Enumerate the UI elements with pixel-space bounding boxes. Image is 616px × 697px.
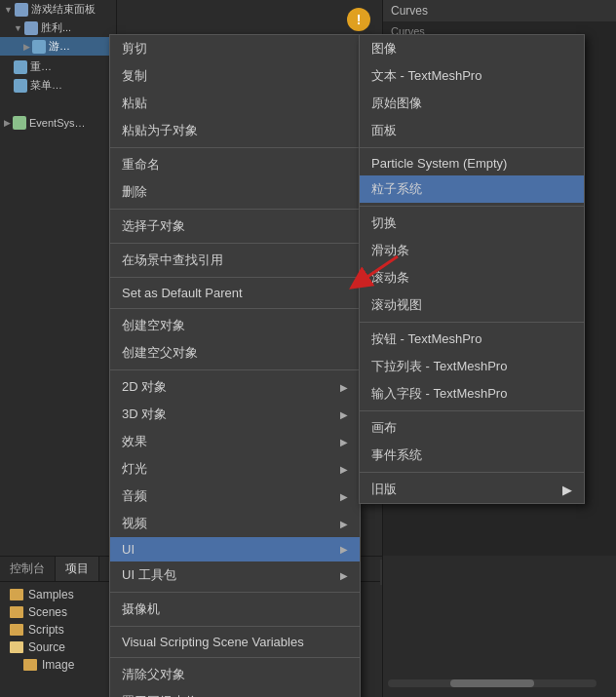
sub-menu-image[interactable]: 图像 [360, 35, 584, 62]
menu-move-to-sibling-end[interactable]: 置于同级末位 [110, 688, 360, 697]
menu-visual-scripting[interactable]: Visual Scripting Scene Variables [110, 630, 360, 654]
sub-menu-separator [360, 206, 584, 207]
menu-audio[interactable]: 音频▶ [110, 483, 360, 510]
menu-paste[interactable]: 粘贴 [110, 90, 360, 117]
folder-icon [23, 659, 37, 671]
menu-find-ref[interactable]: 在场景中查找引用 [110, 247, 360, 274]
hierarchy-item[interactable]: ▼ 胜利... [0, 19, 116, 37]
menu-ui[interactable]: UI▶ [110, 537, 360, 561]
hierarchy-item-label: 游戏结束面板 [31, 2, 96, 17]
sub-menu-particle[interactable]: 粒子系统 [360, 175, 584, 203]
sub-menu-dropdown-tmp[interactable]: 下拉列表 - TextMeshPro [360, 353, 584, 380]
menu-3d-objects[interactable]: 3D 对象▶ [110, 401, 360, 428]
expand-arrow: ▼ [4, 5, 13, 15]
submenu-arrow: ▶ [340, 382, 348, 393]
submenu-arrow: ▶ [340, 464, 348, 475]
sub-menu-separator [360, 147, 584, 148]
folder-icon [10, 641, 23, 653]
horizontal-scrollbar[interactable] [388, 679, 597, 687]
submenu-arrow: ▶ [340, 437, 348, 447]
context-menu-sub: 图像 文本 - TextMeshPro 原始图像 面板 Particle Sys… [359, 34, 585, 504]
sub-menu-particle-empty[interactable]: Particle System (Empty) [360, 151, 584, 175]
menu-separator [110, 308, 360, 309]
sub-menu-slider[interactable]: 滑动条 [360, 237, 584, 264]
folder-icon [10, 624, 23, 636]
object-icon [24, 21, 38, 35]
menu-video[interactable]: 视频▶ [110, 510, 360, 537]
submenu-arrow: ▶ [340, 491, 348, 502]
menu-separator [110, 147, 360, 148]
menu-separator [110, 626, 360, 627]
scrollbar-thumb[interactable] [450, 679, 534, 687]
sub-menu-button-tmp[interactable]: 按钮 - TextMeshPro [360, 326, 584, 353]
folder-label: Scenes [28, 605, 67, 619]
menu-rename[interactable]: 重命名 [110, 151, 360, 178]
expand-arrow: ▶ [23, 42, 30, 52]
sub-menu-toggle[interactable]: 切换 [360, 210, 584, 237]
panel-icon [15, 3, 28, 17]
right-panel-header: Curves [383, 0, 616, 21]
menu-effects[interactable]: 效果▶ [110, 428, 360, 455]
sub-menu-separator [360, 322, 584, 323]
sub-menu-legacy[interactable]: 旧版▶ [360, 476, 584, 503]
hierarchy-item-label: EventSys… [29, 117, 85, 129]
folder-label: Samples [28, 588, 74, 601]
sub-menu-event-system[interactable]: 事件系统 [360, 442, 584, 469]
tab-project[interactable]: 项目 [56, 557, 99, 581]
object-icon [14, 79, 27, 93]
hierarchy-item[interactable]: 菜单… [0, 76, 116, 95]
menu-copy[interactable]: 复制 [110, 62, 360, 90]
curves-label: Curves [391, 4, 428, 18]
menu-separator [110, 277, 360, 278]
context-menu-main: 剪切 复制 粘贴 粘贴为子对象 重命名 删除 选择子对象 在场景中查找引用 Se… [109, 34, 361, 697]
menu-create-empty[interactable]: 创建空对象 [110, 312, 360, 339]
tab-console[interactable]: 控制台 [0, 557, 56, 581]
event-icon [13, 116, 26, 130]
expand-arrow: ▼ [14, 23, 22, 33]
menu-separator [110, 243, 360, 244]
menu-2d-objects[interactable]: 2D 对象▶ [110, 373, 360, 401]
sub-menu-input-tmp[interactable]: 输入字段 - TextMeshPro [360, 380, 584, 407]
menu-camera[interactable]: 摄像机 [110, 596, 360, 623]
sub-menu-panel[interactable]: 面板 [360, 117, 584, 144]
object-icon [14, 60, 27, 74]
folder-label: Image [42, 658, 74, 672]
sub-menu-separator [360, 410, 584, 411]
hierarchy-item-label: 游… [49, 39, 70, 54]
hierarchy-item-selected[interactable]: ▶ 游… [0, 37, 116, 56]
hierarchy-item[interactable]: 重… [0, 58, 116, 76]
sub-menu-canvas[interactable]: 画布 [360, 414, 584, 442]
folder-label: Scripts [28, 623, 64, 637]
menu-select-children[interactable]: 选择子对象 [110, 213, 360, 240]
menu-paste-child[interactable]: 粘贴为子对象 [110, 117, 360, 144]
menu-delete[interactable]: 删除 [110, 178, 360, 206]
menu-clear-parent[interactable]: 清除父对象 [110, 661, 360, 688]
submenu-arrow: ▶ [340, 409, 348, 420]
hierarchy-item-label: 胜利... [41, 20, 71, 35]
menu-separator [110, 209, 360, 210]
menu-set-default-parent[interactable]: Set as Default Parent [110, 281, 360, 305]
hierarchy-item-label: 重… [30, 59, 52, 74]
submenu-arrow: ▶ [562, 483, 572, 497]
sub-menu-separator [360, 472, 584, 473]
sub-menu-scroll-view[interactable]: 滚动视图 [360, 291, 584, 319]
submenu-arrow: ▶ [340, 544, 348, 555]
hierarchy-item[interactable]: ▶ EventSys… [0, 114, 116, 132]
sub-menu-raw-image[interactable]: 原始图像 [360, 90, 584, 117]
folder-icon [10, 606, 23, 618]
menu-create-empty-parent[interactable]: 创建空父对象 [110, 339, 360, 367]
menu-cut[interactable]: 剪切 [110, 35, 360, 62]
object-icon [32, 40, 46, 54]
menu-separator [110, 592, 360, 593]
menu-lights[interactable]: 灯光▶ [110, 455, 360, 483]
scroll-area [382, 556, 616, 697]
menu-ui-toolkit[interactable]: UI 工具包▶ [110, 561, 360, 589]
folder-icon [10, 589, 23, 600]
folder-label: Source [28, 640, 65, 654]
warning-icon: ! [347, 8, 370, 31]
hierarchy-item[interactable]: ▼ 游戏结束面板 [0, 0, 116, 19]
sub-menu-scrollbar[interactable]: 滚动条 [360, 264, 584, 291]
sub-menu-text-tmp[interactable]: 文本 - TextMeshPro [360, 62, 584, 90]
submenu-arrow: ▶ [340, 570, 348, 581]
menu-separator [110, 657, 360, 658]
